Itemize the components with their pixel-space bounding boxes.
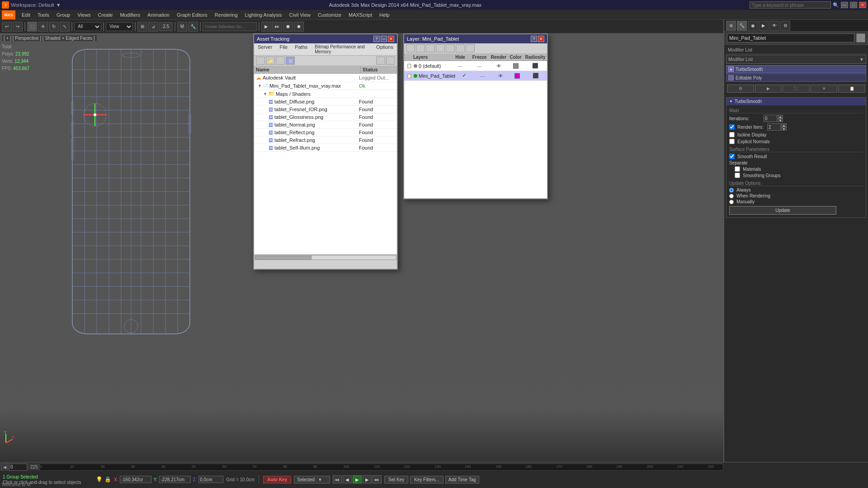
search-input[interactable]: [750, 1, 831, 9]
layer-default-row[interactable]: 📋 0 (default) — — 👁 ⬛: [404, 61, 547, 71]
selection-filter[interactable]: All: [74, 22, 101, 31]
asset-maps-folder[interactable]: ▼ 📁 Maps / Shaders: [254, 90, 397, 98]
minimize-button[interactable]: —: [841, 2, 848, 8]
asset-list-btn[interactable]: ☰: [276, 56, 285, 65]
layers-col-freeze[interactable]: Freeze: [469, 55, 490, 60]
layers-col-color[interactable]: Color: [508, 55, 524, 60]
mod-btn-1[interactable]: ⚙: [727, 84, 754, 93]
asset-hscroll-track[interactable]: [255, 255, 396, 260]
ts-renderiters-down[interactable]: ▼: [781, 127, 787, 131]
asset-file-glossiness[interactable]: 🖼 tablet_Glossiness.png Found: [254, 113, 397, 121]
asset-file-normal[interactable]: 🖼 tablet_Normal.png Found: [254, 121, 397, 129]
menu-graph-editors[interactable]: Graph Editors: [173, 11, 211, 19]
rotate-button[interactable]: ↻: [49, 22, 59, 32]
menu-edit[interactable]: Edit: [18, 11, 34, 19]
anim-first-btn[interactable]: ⏮: [333, 475, 342, 483]
layer-default-radiosity[interactable]: ⬛: [524, 63, 547, 69]
asset-menu-server[interactable]: Server: [254, 43, 276, 55]
ts-isoline-check[interactable]: [729, 132, 735, 137]
layers-new-btn[interactable]: +: [406, 44, 415, 52]
layer-tablet-color[interactable]: [509, 73, 524, 79]
rp-tab-modify[interactable]: 🔧: [737, 21, 747, 31]
anim-last-btn[interactable]: ⏭: [373, 475, 382, 483]
asset-col-status[interactable]: Status: [361, 66, 397, 73]
layer-tablet-row[interactable]: 📋 Mini_Pad_Tablet ✓ — 👁 ⬛: [404, 71, 547, 81]
modifier-item-editpoly[interactable]: ⬡ Editable Poly: [726, 74, 866, 82]
search-icon[interactable]: 🔍: [833, 2, 839, 8]
object-name-input[interactable]: Mini_Pad_Tablet: [727, 33, 854, 42]
asset-file-selfillum[interactable]: 🖼 tablet_Self-Illum.png Found: [254, 144, 397, 152]
asset-maxfile-item[interactable]: ▼ 📄 Mini_Pad_Tablet_max_vray.max Ok: [254, 82, 397, 90]
redo-button[interactable]: ↪: [13, 22, 23, 32]
z-coord-input[interactable]: [198, 476, 223, 483]
menu-group[interactable]: Group: [53, 11, 74, 19]
render-setup-button[interactable]: 🔧: [188, 22, 198, 32]
asset-dialog-close[interactable]: ✕: [388, 36, 394, 42]
ts-iterations-down[interactable]: ▼: [778, 118, 783, 122]
object-color-swatch[interactable]: [856, 33, 865, 42]
asset-menu-paths[interactable]: Paths: [291, 43, 311, 55]
percent-value[interactable]: 2.5: [159, 22, 173, 31]
menu-customize[interactable]: Customize: [314, 11, 345, 19]
menu-help[interactable]: Help: [376, 11, 393, 19]
asset-menu-file[interactable]: File: [276, 43, 291, 55]
rp-tab-hierarchy[interactable]: ◉: [748, 21, 758, 31]
mod-btn-3[interactable]: ⬛: [783, 84, 810, 93]
menu-views[interactable]: Views: [74, 11, 94, 19]
asset-vault-item[interactable]: ☁ Autodesk Vault Logged Out...: [254, 74, 397, 82]
ts-panel-header[interactable]: ▼ TurboSmooth: [726, 98, 866, 105]
stop-btn[interactable]: ⏹: [283, 22, 293, 32]
anim-prev-btn[interactable]: ◀: [343, 475, 352, 483]
modifier-item-turbosmooth[interactable]: ◈ TurboSmooth: [726, 65, 866, 73]
select-button[interactable]: ⬚: [27, 22, 37, 32]
rp-tab-display[interactable]: 👁: [769, 21, 779, 31]
layer-default-hide[interactable]: —: [451, 63, 469, 69]
layers-delete-btn[interactable]: ✕: [416, 44, 425, 52]
asset-settings-btn[interactable]: ⚙: [386, 56, 395, 65]
asset-file-reflect[interactable]: 🖼 tablet_Reflect.png Found: [254, 129, 397, 136]
layers-select-objs-btn[interactable]: ◉: [436, 44, 445, 52]
asset-hscrollbar[interactable]: [254, 254, 397, 260]
undo-button[interactable]: ↩: [2, 22, 12, 32]
asset-dialog-help[interactable]: ?: [373, 36, 380, 42]
menu-lighting-analysis[interactable]: Lighting Analysis: [241, 11, 286, 19]
rp-tab-motion[interactable]: ▶: [759, 21, 769, 31]
current-frame-input[interactable]: [9, 464, 27, 471]
ts-iterations-up[interactable]: ▲: [778, 115, 783, 118]
move-button[interactable]: ✛: [38, 22, 48, 32]
rp-tab-utilities[interactable]: ⚙: [780, 21, 790, 31]
layers-move-up-btn[interactable]: ↑: [426, 44, 435, 52]
play-frame-btn[interactable]: ▶: [261, 22, 271, 32]
set-key-button[interactable]: Set Key: [384, 476, 408, 483]
menu-create[interactable]: Create: [94, 11, 116, 19]
asset-col-name[interactable]: Name: [254, 66, 361, 73]
layers-add-sel-btn[interactable]: ⊞: [446, 44, 455, 52]
asset-file-refract[interactable]: 🖼 tablet_Refract.png Found: [254, 136, 397, 144]
layers-dialog-close[interactable]: ✕: [538, 36, 544, 42]
menu-modifiers[interactable]: Modifiers: [116, 11, 144, 19]
ts-iterations-input[interactable]: [764, 115, 777, 122]
asset-hscroll-thumb[interactable]: [255, 256, 311, 259]
view-select[interactable]: View: [106, 22, 133, 31]
close-button[interactable]: ✕: [859, 2, 866, 8]
selected-dropdown[interactable]: ▼: [318, 477, 322, 482]
ts-smoothgroups-check[interactable]: [735, 173, 740, 178]
layer-default-color[interactable]: [508, 63, 524, 69]
lock-icon[interactable]: 🔒: [104, 476, 111, 483]
angle-snap-button[interactable]: ⊿: [148, 22, 158, 32]
layers-col-name[interactable]: Layers: [404, 54, 451, 60]
layers-settings-btn[interactable]: ⚙: [466, 44, 475, 52]
material-editor-button[interactable]: M: [177, 22, 187, 32]
timeline-track[interactable]: 0 10 20 30 40 50 60 70 80 90 100 110 120…: [39, 464, 723, 471]
layer-default-render[interactable]: 👁: [490, 63, 508, 69]
anim-next-btn[interactable]: ▶: [363, 475, 372, 483]
ts-manually-radio[interactable]: [729, 200, 734, 204]
ts-normals-check[interactable]: [729, 139, 735, 144]
asset-grid-btn[interactable]: ▦: [286, 56, 295, 65]
menu-maxscript[interactable]: MAXScript: [345, 11, 376, 19]
y-coord-input[interactable]: [159, 476, 191, 483]
layer-tablet-hide[interactable]: ✓: [455, 73, 472, 79]
mod-btn-2[interactable]: ▶: [755, 84, 782, 93]
asset-info-btn[interactable]: ℹ: [376, 56, 385, 65]
ts-smoothresult-check[interactable]: [729, 154, 735, 159]
